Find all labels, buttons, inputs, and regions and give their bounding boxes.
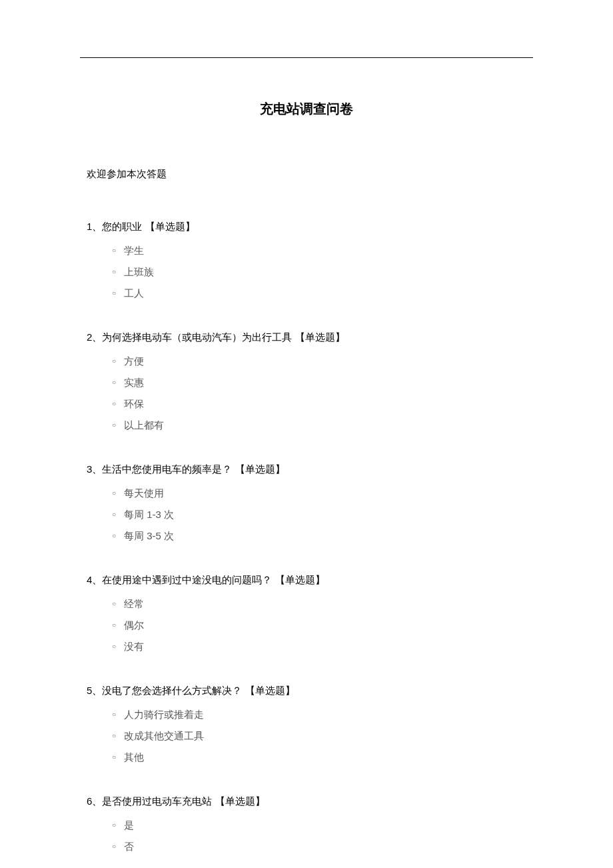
option-item[interactable]: ○每周 3-5 次 bbox=[112, 528, 526, 544]
option-label: 每周 1-3 次 bbox=[124, 507, 174, 523]
option-label: 学生 bbox=[124, 243, 144, 259]
options-list: ○是○否 bbox=[87, 817, 526, 855]
options-list: ○人力骑行或推着走○改成其他交通工具○其他 bbox=[87, 707, 526, 765]
questions-list: 1、您的职业 【单选题】○学生○上班族○工人2、为何选择电动车（或电动汽车）为出… bbox=[87, 221, 526, 855]
question-type-label: 【单选题】 bbox=[245, 685, 295, 696]
option-item[interactable]: ○其他 bbox=[112, 749, 526, 765]
option-item[interactable]: ○实惠 bbox=[112, 375, 526, 391]
option-label: 上班族 bbox=[124, 264, 154, 280]
bullet-icon: ○ bbox=[112, 752, 116, 763]
options-list: ○学生○上班族○工人 bbox=[87, 243, 526, 301]
question-type-label: 【单选题】 bbox=[145, 221, 195, 232]
option-item[interactable]: ○每周 1-3 次 bbox=[112, 507, 526, 523]
question-type-label: 【单选题】 bbox=[215, 795, 265, 807]
option-label: 改成其他交通工具 bbox=[124, 728, 204, 744]
welcome-message: 欢迎参加本次答题 bbox=[87, 168, 526, 181]
question-block: 6、是否使用过电动车充电站 【单选题】○是○否 bbox=[87, 795, 526, 855]
bullet-icon: ○ bbox=[112, 709, 116, 720]
option-item[interactable]: ○环保 bbox=[112, 396, 526, 412]
question-block: 1、您的职业 【单选题】○学生○上班族○工人 bbox=[87, 221, 526, 301]
options-list: ○经常○偶尔○没有 bbox=[87, 596, 526, 655]
bullet-icon: ○ bbox=[112, 399, 116, 409]
question-separator: 、 bbox=[92, 795, 102, 807]
question-label: 生活中您使用电车的频率是？ bbox=[102, 463, 232, 475]
question-type-label: 【单选题】 bbox=[235, 463, 285, 475]
question-text: 2、为何选择电动车（或电动汽车）为出行工具 【单选题】 bbox=[87, 331, 526, 344]
question-block: 4、在使用途中遇到过中途没电的问题吗？ 【单选题】○经常○偶尔○没有 bbox=[87, 574, 526, 655]
bullet-icon: ○ bbox=[112, 599, 116, 609]
bullet-icon: ○ bbox=[112, 641, 116, 652]
option-label: 否 bbox=[124, 839, 134, 855]
option-item[interactable]: ○上班族 bbox=[112, 264, 526, 280]
question-block: 5、没电了您会选择什么方式解决？ 【单选题】○人力骑行或推着走○改成其他交通工具… bbox=[87, 685, 526, 765]
question-separator: 、 bbox=[92, 221, 102, 232]
option-label: 没有 bbox=[124, 639, 144, 655]
question-block: 2、为何选择电动车（或电动汽车）为出行工具 【单选题】○方便○实惠○环保○以上都… bbox=[87, 331, 526, 433]
option-item[interactable]: ○改成其他交通工具 bbox=[112, 728, 526, 744]
bullet-icon: ○ bbox=[112, 841, 116, 852]
option-label: 实惠 bbox=[124, 375, 144, 391]
question-label: 是否使用过电动车充电站 bbox=[102, 795, 212, 807]
question-separator: 、 bbox=[92, 574, 102, 585]
question-text: 4、在使用途中遇到过中途没电的问题吗？ 【单选题】 bbox=[87, 574, 526, 587]
question-block: 3、生活中您使用电车的频率是？ 【单选题】○每天使用○每周 1-3 次○每周 3… bbox=[87, 463, 526, 544]
options-list: ○方便○实惠○环保○以上都有 bbox=[87, 353, 526, 433]
bullet-icon: ○ bbox=[112, 245, 116, 256]
horizontal-rule bbox=[80, 57, 533, 58]
option-item[interactable]: ○每天使用 bbox=[112, 485, 526, 501]
question-text: 3、生活中您使用电车的频率是？ 【单选题】 bbox=[87, 463, 526, 476]
option-item[interactable]: ○偶尔 bbox=[112, 617, 526, 633]
bullet-icon: ○ bbox=[112, 509, 116, 520]
bullet-icon: ○ bbox=[112, 267, 116, 277]
option-label: 以上都有 bbox=[124, 417, 164, 433]
question-text: 6、是否使用过电动车充电站 【单选题】 bbox=[87, 795, 526, 808]
option-item[interactable]: ○工人 bbox=[112, 285, 526, 301]
options-list: ○每天使用○每周 1-3 次○每周 3-5 次 bbox=[87, 485, 526, 544]
option-label: 人力骑行或推着走 bbox=[124, 707, 204, 723]
question-text: 1、您的职业 【单选题】 bbox=[87, 221, 526, 233]
bullet-icon: ○ bbox=[112, 531, 116, 541]
question-type-label: 【单选题】 bbox=[295, 331, 345, 343]
question-label: 在使用途中遇到过中途没电的问题吗？ bbox=[102, 574, 272, 585]
option-label: 经常 bbox=[124, 596, 144, 612]
option-label: 每周 3-5 次 bbox=[124, 528, 174, 544]
option-item[interactable]: ○没有 bbox=[112, 639, 526, 655]
option-item[interactable]: ○学生 bbox=[112, 243, 526, 259]
bullet-icon: ○ bbox=[112, 620, 116, 631]
bullet-icon: ○ bbox=[112, 488, 116, 499]
bullet-icon: ○ bbox=[112, 377, 116, 388]
option-label: 方便 bbox=[124, 353, 144, 369]
bullet-icon: ○ bbox=[112, 356, 116, 367]
document-title: 充电站调查问卷 bbox=[87, 100, 526, 118]
option-item[interactable]: ○方便 bbox=[112, 353, 526, 369]
option-label: 是 bbox=[124, 817, 134, 833]
question-label: 您的职业 bbox=[102, 221, 142, 232]
option-item[interactable]: ○否 bbox=[112, 839, 526, 855]
option-item[interactable]: ○是 bbox=[112, 817, 526, 833]
bullet-icon: ○ bbox=[112, 288, 116, 299]
option-item[interactable]: ○经常 bbox=[112, 596, 526, 612]
bullet-icon: ○ bbox=[112, 731, 116, 741]
option-label: 工人 bbox=[124, 285, 144, 301]
question-type-label: 【单选题】 bbox=[275, 574, 325, 585]
bullet-icon: ○ bbox=[112, 420, 116, 431]
question-separator: 、 bbox=[92, 331, 102, 343]
question-separator: 、 bbox=[92, 463, 102, 475]
option-label: 其他 bbox=[124, 749, 144, 765]
question-separator: 、 bbox=[92, 685, 102, 696]
option-item[interactable]: ○人力骑行或推着走 bbox=[112, 707, 526, 723]
question-label: 没电了您会选择什么方式解决？ bbox=[102, 685, 242, 696]
option-item[interactable]: ○以上都有 bbox=[112, 417, 526, 433]
option-label: 环保 bbox=[124, 396, 144, 412]
option-label: 偶尔 bbox=[124, 617, 144, 633]
document-body: 充电站调查问卷 欢迎参加本次答题 1、您的职业 【单选题】○学生○上班族○工人2… bbox=[87, 100, 526, 868]
option-label: 每天使用 bbox=[124, 485, 164, 501]
bullet-icon: ○ bbox=[112, 820, 116, 831]
question-label: 为何选择电动车（或电动汽车）为出行工具 bbox=[102, 331, 292, 343]
question-text: 5、没电了您会选择什么方式解决？ 【单选题】 bbox=[87, 685, 526, 697]
